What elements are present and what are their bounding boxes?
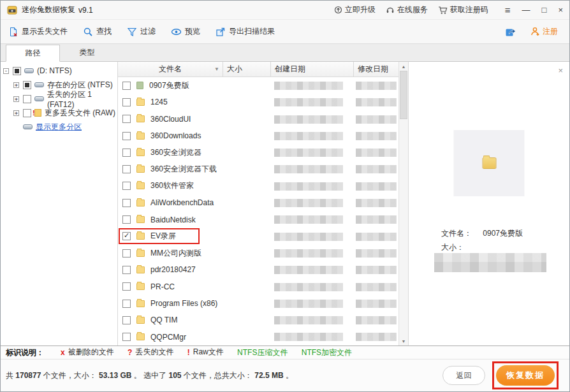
- row-checkbox[interactable]: [122, 165, 131, 173]
- row-checkbox[interactable]: [122, 249, 131, 258]
- folder-icon: [136, 115, 145, 122]
- close-button[interactable]: ×: [558, 6, 563, 14]
- tree-item-label[interactable]: 更多丢失文件 (RAW): [45, 108, 115, 119]
- row-checkbox[interactable]: [122, 132, 131, 140]
- menu-button[interactable]: ≡: [505, 5, 511, 15]
- modified-date-redacted: [356, 199, 397, 207]
- tree-item[interactable]: + 更多丢失文件 (RAW): [1, 106, 117, 120]
- legend-item: NTFS压缩文件: [237, 347, 288, 358]
- legend-item: NTFS加密文件: [302, 347, 352, 358]
- file-row[interactable]: 360安全浏览器: [118, 144, 398, 161]
- row-checkbox[interactable]: [122, 266, 131, 274]
- file-row[interactable]: BaiduNetdisk: [118, 211, 398, 228]
- row-checkbox[interactable]: [122, 282, 131, 291]
- tree-item-label[interactable]: 丢失的分区 1 (FAT12): [47, 89, 117, 109]
- folder-icon: [136, 216, 145, 223]
- sort-icon[interactable]: ▼: [214, 66, 219, 72]
- file-row[interactable]: 360CloudUI: [118, 111, 398, 127]
- share-button[interactable]: [505, 26, 516, 37]
- row-checkbox[interactable]: [122, 215, 131, 224]
- tree-expander-icon[interactable]: +: [13, 110, 19, 116]
- column-header-created[interactable]: 创建日期: [271, 62, 354, 76]
- row-checkbox[interactable]: [122, 98, 131, 106]
- scrollbar[interactable]: ▲ ▼: [398, 62, 408, 345]
- legend-item: ? 丢失的文件: [128, 347, 173, 358]
- tree-item[interactable]: 显示更多分区: [1, 120, 117, 134]
- headset-icon: [386, 6, 395, 14]
- legend-label: 丢失的文件: [135, 347, 173, 358]
- scrollbar-down-button[interactable]: ▼: [399, 337, 408, 345]
- column-header-modified[interactable]: 修改日期: [354, 62, 398, 76]
- column-header-size[interactable]: 大小: [223, 62, 271, 76]
- row-checkbox[interactable]: [122, 115, 131, 123]
- tree-item[interactable]: + 丢失的分区 1 (FAT12): [1, 92, 117, 106]
- tree-item-label[interactable]: (D: NTFS): [37, 66, 72, 75]
- row-checkbox[interactable]: [122, 199, 131, 207]
- scrollbar-thumb[interactable]: [400, 71, 407, 119]
- partition-icon: [24, 68, 34, 73]
- tree-checkbox[interactable]: [23, 81, 31, 89]
- row-checkbox[interactable]: [122, 333, 131, 341]
- preview-filename-value: 0907免费版: [483, 229, 523, 238]
- file-row[interactable]: AliWorkbenchData: [118, 194, 398, 211]
- file-row[interactable]: MM公司内测版: [118, 245, 398, 261]
- tree-checkbox[interactable]: [13, 67, 21, 75]
- file-row[interactable]: 360软件管家: [118, 178, 398, 194]
- modified-date-redacted: [356, 333, 397, 341]
- tree-expander-icon[interactable]: -: [3, 68, 9, 74]
- back-button[interactable]: 返回: [442, 366, 485, 385]
- file-row[interactable]: 0907免费版: [118, 77, 398, 94]
- file-row[interactable]: PR-CC: [118, 279, 398, 295]
- maximize-button[interactable]: □: [542, 6, 547, 14]
- register-button[interactable]: 注册: [530, 26, 558, 37]
- toolbar-button-find[interactable]: 查找: [75, 23, 119, 41]
- file-row[interactable]: Program Files (x86): [118, 295, 398, 312]
- file-row[interactable]: QQPCMgr: [118, 328, 398, 345]
- folder-icon: [136, 200, 145, 207]
- scrollbar-track[interactable]: [399, 71, 408, 337]
- row-checkbox[interactable]: [122, 300, 131, 308]
- toolbar-button-show-lost-files[interactable]: 显示丢失文件: [8, 23, 75, 41]
- toolbar-button-filter[interactable]: 过滤: [119, 23, 163, 41]
- status-segment: 。: [286, 371, 293, 380]
- tree-expander-icon[interactable]: +: [13, 82, 19, 88]
- toolbar-button-export[interactable]: 导出扫描结果: [208, 23, 282, 41]
- file-name: PR-CC: [150, 282, 175, 291]
- toolbar: 显示丢失文件 查找 过滤 预览 导出扫描结果: [1, 20, 569, 44]
- preview-close-button[interactable]: ×: [558, 66, 563, 75]
- row-checkbox[interactable]: [122, 82, 131, 90]
- titlebar-menu-item-upgrade[interactable]: 立即升级: [334, 4, 376, 15]
- row-checkbox[interactable]: [122, 316, 131, 324]
- tab-type[interactable]: 类型: [60, 44, 114, 61]
- preview-size-label: 大小：: [441, 243, 464, 252]
- row-checkbox[interactable]: [122, 182, 131, 190]
- recover-button[interactable]: 恢复数据: [496, 365, 555, 386]
- row-checkbox[interactable]: [122, 149, 131, 157]
- titlebar-menu-item-getcode[interactable]: 获取注册码: [438, 4, 488, 15]
- tab-bar: 路径 类型: [1, 44, 569, 62]
- tree-item-label[interactable]: 显示更多分区: [36, 122, 82, 133]
- titlebar-menu-item-service[interactable]: 在线服务: [386, 4, 428, 15]
- tree-checkbox[interactable]: [23, 95, 31, 103]
- file-row[interactable]: QQ TIM: [118, 312, 398, 328]
- preview-panel: × 文件名： 0907免费版 大小：: [408, 62, 569, 345]
- file-list: 文件名 ▼ 大小 创建日期 修改日期 0907免费版: [118, 62, 398, 345]
- tree-checkbox[interactable]: [23, 109, 31, 117]
- tab-path[interactable]: 路径: [6, 45, 60, 62]
- scrollbar-up-button[interactable]: ▲: [399, 62, 408, 71]
- file-name: 0907免费版: [149, 80, 189, 91]
- file-row[interactable]: 360Downloads: [118, 127, 398, 144]
- legend-bar: 标识说明： x 被删除的文件 ? 丢失的文件 ! Raw文件: [1, 345, 569, 359]
- cart-icon: [438, 6, 448, 15]
- file-row[interactable]: 360安全浏览器下载: [118, 161, 398, 177]
- minimize-button[interactable]: —: [522, 6, 530, 14]
- tree-expander-icon[interactable]: +: [13, 96, 19, 102]
- file-row[interactable]: EV录屏: [118, 228, 398, 245]
- toolbar-button-preview[interactable]: 预览: [163, 23, 208, 41]
- list-body: 0907免费版 1245: [118, 77, 398, 345]
- column-header-filename[interactable]: 文件名 ▼: [118, 62, 223, 76]
- modified-date-redacted: [356, 283, 397, 291]
- tree-item[interactable]: - (D: NTFS): [1, 64, 117, 78]
- file-row[interactable]: pdr20180427: [118, 261, 398, 278]
- file-row[interactable]: 1245: [118, 94, 398, 110]
